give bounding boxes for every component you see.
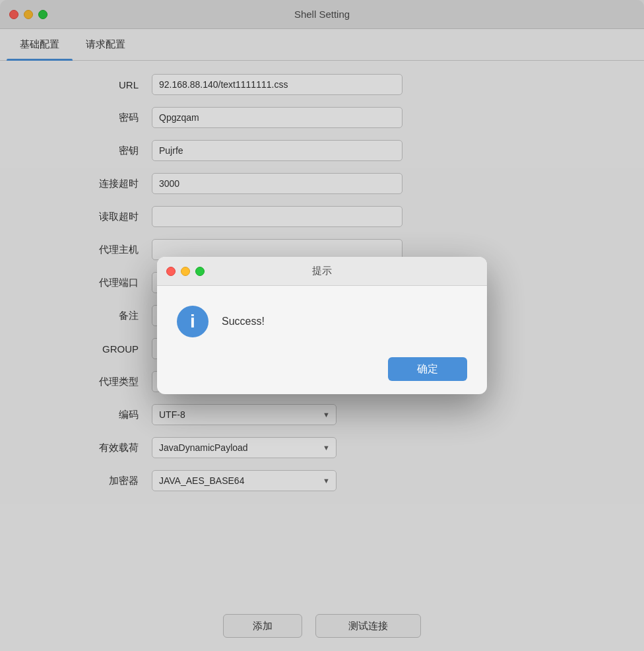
confirm-button[interactable]: 确定 bbox=[388, 357, 467, 381]
dialog-overlay: 提示 i Success! 确定 bbox=[0, 0, 644, 651]
dialog: 提示 i Success! 确定 bbox=[157, 257, 487, 394]
dialog-maximize-button[interactable] bbox=[195, 267, 205, 276]
dialog-close-button[interactable] bbox=[166, 267, 176, 276]
dialog-title: 提示 bbox=[312, 265, 332, 277]
info-icon: i bbox=[177, 306, 209, 337]
dialog-minimize-button[interactable] bbox=[181, 267, 190, 276]
dialog-message: Success! bbox=[222, 316, 265, 327]
dialog-body: i Success! bbox=[157, 286, 487, 351]
dialog-controls bbox=[166, 267, 205, 276]
dialog-title-bar: 提示 bbox=[157, 257, 487, 286]
dialog-footer: 确定 bbox=[157, 351, 487, 394]
